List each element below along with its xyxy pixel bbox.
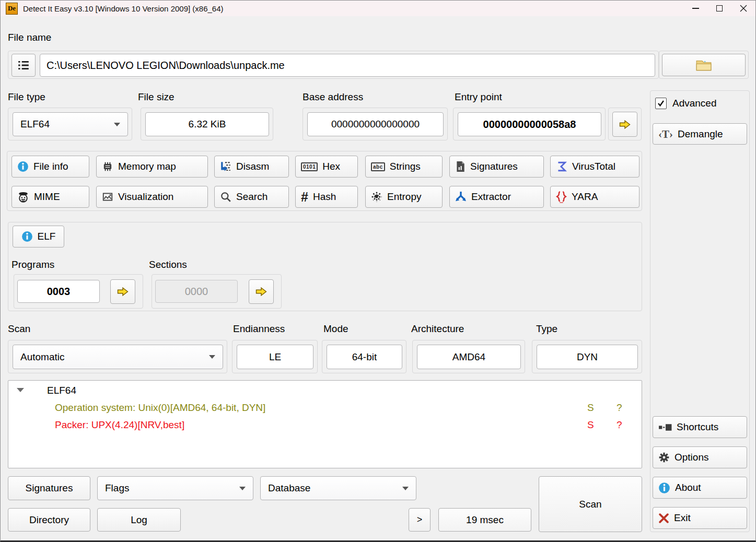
memory-chip-icon [102,161,113,172]
directory-label: Directory [29,514,69,526]
virustotal-button[interactable]: VirusTotal [550,156,639,178]
arrow-right-icon [116,286,130,297]
entropy-button[interactable]: Entropy [365,186,443,208]
tools-frame: File info Memory map Disasm 0101 Hex abc… [7,151,642,211]
advanced-checkbox[interactable] [655,98,667,109]
expand-options-label: > [417,514,423,525]
exit-button[interactable]: Exit [653,507,747,529]
file-name-label: File name [8,32,51,43]
file-path-input[interactable] [40,54,655,77]
chevron-down-icon [209,355,215,359]
scan-method-select[interactable]: Automatic [13,345,223,369]
shortcuts-button[interactable]: Shortcuts [653,416,747,438]
signatures-button[interactable]: Signatures [8,476,90,500]
sections-frame: 0000 [152,274,282,309]
entry-point-field[interactable]: 00000000000058a8 [458,112,601,136]
flags-value: Flags [105,482,129,494]
mime-button[interactable]: MIME [11,186,89,208]
minimize-button[interactable] [683,1,707,16]
type-label: Type [536,323,557,335]
log-button[interactable]: Log [97,508,181,532]
visualization-button[interactable]: Visualization [96,186,208,208]
base-address-field[interactable]: 0000000000000000 [307,112,444,136]
base-address-label: Base address [303,91,363,103]
result-os-signature-link[interactable]: S [587,402,594,414]
scan-label: Scan [8,323,30,335]
die-window: De Detect It Easy v3.10 [Windows 10 Vers… [0,0,756,542]
open-file-button[interactable] [662,54,746,76]
programs-goto-button[interactable] [110,279,135,304]
advanced-label: Advanced [672,98,717,109]
result-packer-signature-link[interactable]: S [587,419,594,431]
entry-point-goto-button[interactable] [612,112,637,137]
hash-button[interactable]: # Hash [295,186,358,208]
result-row-os[interactable]: Operation system: Unix(0)[AMD64, 64-bit,… [55,402,265,414]
minimize-icon [692,8,699,9]
scan-button[interactable]: Scan [539,476,642,532]
directory-button[interactable]: Directory [8,508,90,532]
database-select[interactable]: Database [260,476,416,500]
endianness-frame: LE [232,340,318,373]
mime-face-icon [17,191,29,203]
memory-map-button[interactable]: Memory map [96,156,208,178]
hex-icon: 0101 [301,162,318,171]
flags-select[interactable]: Flags [97,476,253,500]
title-bar: De Detect It Easy v3.10 [Windows 10 Vers… [1,1,755,16]
demangle-label: Demangle [678,128,723,140]
result-packer-info-link[interactable]: ? [617,419,622,431]
app-icon: De [6,3,18,15]
search-button[interactable]: Search [214,186,289,208]
entropy-star-icon [371,191,382,203]
close-button[interactable] [731,1,755,16]
scan-results-panel: ELF64 Operation system: Unix(0)[AMD64, 6… [8,380,642,468]
result-root-node[interactable]: ELF64 [47,385,76,396]
file-type-value: ELF64 [20,119,50,130]
mime-label: MIME [34,191,60,203]
options-label: Options [674,452,708,463]
sections-goto-button[interactable] [249,279,274,304]
file-type-select[interactable]: ELF64 [13,112,128,136]
result-os-info-link[interactable]: ? [617,402,622,414]
search-label: Search [236,191,267,203]
result-row-packer[interactable]: Packer: UPX(4.24)[NRV,best] [55,419,184,431]
strings-button[interactable]: abc Strings [365,156,443,178]
hex-button[interactable]: 0101 Hex [295,156,358,178]
strings-icon: abc [371,162,385,171]
programs-label: Programs [11,259,54,270]
extractor-button[interactable]: Extractor [449,186,544,208]
visualization-icon [102,191,113,203]
file-info-button[interactable]: File info [11,156,89,178]
elf-button[interactable]: ELF [13,226,64,248]
hash-label: Hash [313,191,336,203]
signature-doc-icon [455,161,466,172]
demangle-button[interactable]: ‹T› Demangle [653,123,747,145]
yara-button[interactable]: YARA [550,186,639,208]
info-icon [658,482,670,494]
disasm-button[interactable]: Disasm [214,156,289,178]
recent-files-button[interactable] [11,54,36,77]
signatures-label: Signatures [26,482,73,494]
entry-point-frame: 00000000000058a8 [453,108,606,140]
signatures-tool-button[interactable]: Signatures [449,156,544,178]
about-button[interactable]: About [653,477,747,499]
sections-count-field: 0000 [155,280,238,303]
maximize-button[interactable] [707,1,731,16]
expand-options-button[interactable]: > [409,508,431,532]
scan-method-frame: Automatic [8,340,227,373]
log-label: Log [131,514,147,526]
architecture-label: Architecture [411,323,464,335]
exit-label: Exit [674,512,691,524]
close-icon [740,5,747,12]
check-icon [657,99,665,108]
yara-icon [556,191,567,203]
tree-expander-icon[interactable] [17,388,24,392]
scan-button-label: Scan [579,499,601,510]
extractor-label: Extractor [471,191,511,203]
file-size-field: 6.32 KiB [145,112,269,136]
base-address-frame: 0000000000000000 [303,108,448,140]
scan-method-value: Automatic [20,351,64,363]
arrow-right-icon [618,119,632,130]
options-button[interactable]: Options [653,446,747,468]
programs-count-field: 0003 [17,280,100,303]
architecture-field: AMD64 [417,345,521,369]
